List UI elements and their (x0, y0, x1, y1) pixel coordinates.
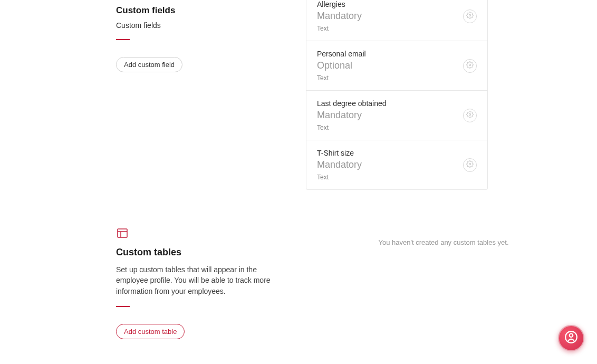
svg-point-1 (469, 64, 471, 66)
custom-tables-empty-message: You haven't created any custom tables ye… (379, 238, 509, 246)
field-requirement: Mandatory (317, 11, 362, 22)
field-settings-button[interactable] (463, 158, 477, 172)
table-icon (116, 227, 129, 240)
svg-point-2 (469, 113, 471, 116)
gear-icon (466, 111, 474, 120)
svg-point-8 (570, 334, 573, 338)
field-name: Personal email (317, 50, 366, 58)
field-requirement: Optional (317, 60, 366, 71)
svg-rect-4 (118, 229, 127, 237)
field-type: Text (317, 174, 362, 181)
gear-icon (466, 61, 474, 71)
custom-tables-description: Set up custom tables that will appear in… (116, 264, 285, 296)
custom-fields-list: Allergies Mandatory Text Personal email … (306, 0, 488, 190)
gear-icon (466, 12, 474, 21)
field-name: Last degree obtained (317, 99, 387, 108)
gear-icon (466, 160, 474, 170)
field-item: T-Shirt size Mandatory Text (306, 140, 487, 189)
field-requirement: Mandatory (317, 110, 387, 121)
svg-point-3 (469, 163, 471, 165)
field-type: Text (317, 25, 362, 32)
field-item: Allergies Mandatory Text (306, 0, 487, 41)
add-custom-table-button[interactable]: Add custom table (116, 324, 185, 339)
add-custom-field-button[interactable]: Add custom field (116, 57, 182, 72)
field-item: Personal email Optional Text (306, 41, 487, 90)
field-name: Allergies (317, 0, 362, 8)
divider (116, 306, 130, 307)
divider (116, 39, 130, 40)
field-type: Text (317, 74, 366, 82)
custom-fields-title: Custom fields (116, 5, 285, 16)
custom-tables-title: Custom tables (116, 247, 285, 258)
user-circle-icon (564, 330, 578, 346)
svg-point-0 (469, 14, 471, 16)
field-type: Text (317, 124, 387, 131)
help-fab-button[interactable] (558, 325, 584, 351)
custom-fields-subtitle: Custom fields (116, 21, 285, 30)
field-settings-button[interactable] (463, 9, 477, 23)
field-settings-button[interactable] (463, 109, 477, 122)
field-item: Last degree obtained Mandatory Text (306, 90, 487, 140)
field-settings-button[interactable] (463, 59, 477, 73)
field-requirement: Mandatory (317, 159, 362, 170)
field-name: T-Shirt size (317, 149, 362, 157)
